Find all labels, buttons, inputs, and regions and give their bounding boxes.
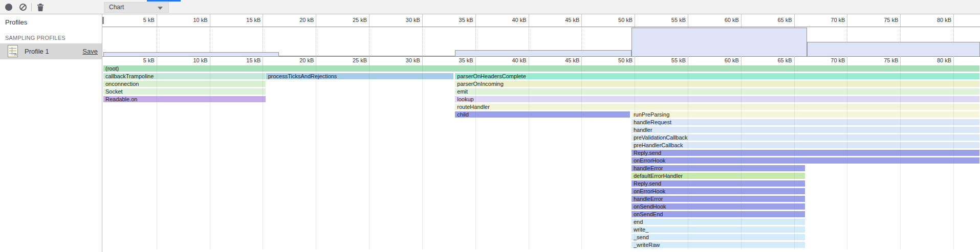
ruler-tick-label: 45 kB: [549, 17, 579, 23]
trash-icon[interactable]: [37, 4, 44, 11]
ruler-tick: [157, 14, 157, 27]
ruler-tick-label: 70 kB: [814, 57, 845, 63]
ruler-tick-label: 70 kB: [814, 17, 845, 23]
ruler-tick-label: 55 kB: [655, 57, 686, 63]
flame-frame[interactable]: handleError: [631, 196, 805, 202]
flame-gridline: [741, 65, 742, 249]
flame-frame[interactable]: routeHandler: [455, 104, 979, 110]
chart-view-select-value: Chart: [109, 4, 124, 11]
ruler-tick-label: 60 kB: [708, 57, 739, 63]
flame-gridline: [263, 65, 263, 249]
flame-frame[interactable]: handler: [631, 127, 979, 133]
ruler-tick: [900, 14, 901, 27]
flame-frame[interactable]: Reply.send: [631, 180, 805, 187]
flame-frame[interactable]: processTicksAndRejections: [266, 73, 454, 79]
ruler-tick: [688, 56, 688, 65]
overview-step: [103, 52, 279, 56]
flame-frame[interactable]: onconnection: [103, 81, 266, 87]
flame-frame[interactable]: _send: [631, 234, 805, 240]
overview-gridline: [422, 27, 423, 56]
flame-frame[interactable]: _writeRaw: [631, 242, 805, 248]
sidebar-item-profile-1[interactable]: % Profile 1 Save: [0, 43, 102, 59]
chart-view-select[interactable]: Chart: [104, 2, 169, 13]
ruler-tick-label: 65 kB: [761, 57, 792, 63]
flame-frame[interactable]: runPreParsing: [631, 111, 979, 118]
flame-frame[interactable]: lookup: [455, 96, 979, 102]
ruler-tick-label: 55 kB: [655, 17, 686, 23]
flame-frame[interactable]: onSendEnd: [631, 211, 805, 217]
flame-frame[interactable]: child: [455, 111, 630, 118]
ruler-tick: [635, 14, 635, 27]
flame-frame[interactable]: parserOnIncoming: [455, 81, 979, 87]
overview-step: [631, 28, 807, 56]
ruler-tick: [475, 14, 476, 27]
flame-frame[interactable]: preHandlerCallback: [631, 142, 979, 148]
flame-frame[interactable]: parserOnHeadersComplete: [455, 73, 979, 79]
flame-frame[interactable]: callbackTrampoline: [103, 73, 266, 79]
flame-gridline: [157, 65, 157, 249]
ruler-bottom: 5 kB10 kB15 kB20 kB25 kB30 kB35 kB40 kB4…: [102, 56, 980, 65]
profile-name: Profile 1: [25, 48, 49, 55]
ruler-tick-label: 80 kB: [921, 57, 951, 63]
ruler-tick: [422, 14, 423, 27]
flame-frame[interactable]: onErrorHook: [631, 188, 805, 194]
ruler-tick: [369, 14, 369, 27]
flame-frame[interactable]: defaultErrorHandler: [631, 173, 805, 179]
ruler-tick: [581, 56, 582, 65]
ruler-tick: [316, 56, 316, 65]
ruler-tick-label: 40 kB: [496, 57, 527, 63]
flame-frame[interactable]: handleError: [631, 165, 805, 171]
ruler-tick-label: 15 kB: [230, 17, 260, 23]
ruler-tick: [847, 56, 847, 65]
save-profile-link[interactable]: Save: [82, 48, 98, 55]
flame-gridline: [847, 65, 847, 249]
ruler-tick-label: 35 kB: [443, 57, 473, 63]
ruler-tick: [794, 14, 795, 27]
ruler-tick: [741, 56, 742, 65]
profile-table-percent-icon: %: [8, 45, 18, 57]
ruler-tick-label: 65 kB: [761, 17, 792, 23]
overview-gridline: [316, 27, 316, 56]
scrollbar-thumb[interactable]: [102, 17, 104, 24]
flame-frame[interactable]: onSendHook: [631, 203, 805, 210]
ruler-tick-label: 25 kB: [336, 17, 367, 23]
flame-frame[interactable]: Readable.on: [103, 96, 266, 102]
ruler-tick: [422, 56, 423, 65]
overview-graph[interactable]: [102, 27, 980, 57]
ruler-tick-label: 5 kB: [124, 57, 155, 63]
flame-gridline: [953, 65, 954, 249]
ruler-tick: [529, 14, 529, 27]
flame-gridline: [635, 65, 635, 249]
flame-frame[interactable]: handleRequest: [631, 119, 979, 125]
ruler-tick: [635, 56, 635, 65]
ruler-tick-label: 5 kB: [124, 17, 155, 23]
flame-frame[interactable]: Reply.send: [631, 150, 979, 156]
flame-gridline: [688, 65, 688, 249]
flame-frame[interactable]: end: [631, 219, 805, 225]
flame-frame[interactable]: onErrorHook: [631, 157, 979, 164]
sidebar-title: Profiles: [5, 18, 27, 26]
active-tab-indicator: [147, 0, 181, 2]
flame-frame[interactable]: (root): [103, 65, 979, 72]
ruler-tick: [369, 56, 369, 65]
chart-pane: 5 kB10 kB15 kB20 kB25 kB30 kB35 kB40 kB4…: [102, 14, 980, 252]
record-icon[interactable]: [5, 4, 12, 11]
ruler-tick-label: 20 kB: [283, 17, 314, 23]
ruler-tick: [316, 14, 316, 27]
ruler-tick: [157, 56, 157, 65]
clear-icon[interactable]: [19, 4, 27, 11]
flame-frame[interactable]: Socket: [103, 88, 266, 95]
ruler-tick: [847, 14, 847, 27]
flame-frame[interactable]: preValidationCallback: [631, 134, 979, 141]
ruler-tick: [263, 56, 263, 65]
ruler-tick: [688, 14, 688, 27]
ruler-top: 5 kB10 kB15 kB20 kB25 kB30 kB35 kB40 kB4…: [102, 14, 980, 27]
flame-gridline: [900, 65, 901, 249]
ruler-tick: [210, 56, 210, 65]
flame-frame[interactable]: emit: [455, 88, 979, 95]
flame-gridline: [369, 65, 369, 249]
ruler-tick: [263, 14, 263, 27]
flame-frame[interactable]: write_: [631, 226, 805, 233]
ruler-tick: [475, 56, 476, 65]
flame-gridline: [210, 65, 210, 249]
